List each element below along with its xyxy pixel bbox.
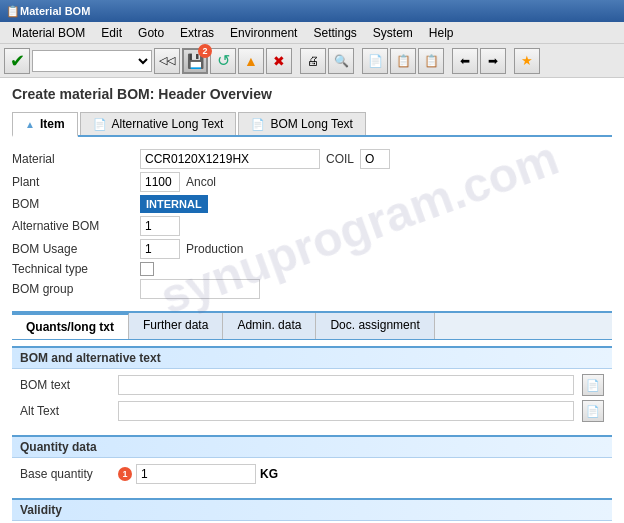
tab-bom-long-text-label: BOM Long Text <box>270 117 353 131</box>
menu-goto[interactable]: Goto <box>130 24 172 42</box>
menu-help[interactable]: Help <box>421 24 462 42</box>
tech-type-row <box>140 262 612 276</box>
bom-text-section-header: BOM and alternative text <box>12 346 612 369</box>
bom-long-text-icon: 📄 <box>251 118 265 131</box>
page-content: Create material BOM: Header Overview ▲ I… <box>0 78 624 523</box>
tab-quants[interactable]: Quants/long txt <box>12 313 129 339</box>
tab-further-data[interactable]: Further data <box>129 313 223 339</box>
bom-label: BOM <box>12 195 132 213</box>
nav-up-button[interactable]: ▲ <box>238 48 264 74</box>
bom-usage-input[interactable] <box>140 239 180 259</box>
alt-text-input[interactable] <box>118 401 574 421</box>
item-tab-icon: ▲ <box>25 119 35 130</box>
bom-text-content: BOM text 📄 Alt Text 📄 <box>12 369 612 429</box>
check-button[interactable]: ✔ <box>4 48 30 74</box>
plant-row: Ancol <box>140 172 612 192</box>
alt-bom-row <box>140 216 612 236</box>
find-button[interactable]: 🔍 <box>328 48 354 74</box>
title-bar-icon: 📋 <box>6 5 20 18</box>
bom-text-row: BOM text 📄 <box>20 373 604 397</box>
material-coil-text: COIL <box>326 152 354 166</box>
print-button[interactable]: 🖨 <box>300 48 326 74</box>
menu-bar: Material BOM Edit Goto Extras Environmen… <box>0 22 624 44</box>
sub-tabs-container: Quants/long txt Further data Admin. data… <box>12 311 612 521</box>
tech-type-checkbox[interactable] <box>140 262 154 276</box>
bom-group-row <box>140 279 612 299</box>
bom-group-input[interactable] <box>140 279 260 299</box>
save-badge: 2 <box>198 44 212 58</box>
copy-button[interactable]: 📋 <box>390 48 416 74</box>
bom-badge: INTERNAL <box>140 195 208 213</box>
base-qty-label: Base quantity <box>20 467 110 481</box>
save-button[interactable]: 💾 2 <box>182 48 208 74</box>
form-fields: Material COIL Plant Ancol BOM INTERNAL A… <box>12 149 612 299</box>
bom-text-label: BOM text <box>20 378 110 392</box>
title-bar: 📋 Material BOM <box>0 0 624 22</box>
tab-doc-assignment[interactable]: Doc. assignment <box>316 313 434 339</box>
alt-text-icon-btn[interactable]: 📄 <box>582 400 604 422</box>
new-doc-button[interactable]: 📄 <box>362 48 388 74</box>
base-qty-unit: KG <box>260 467 278 481</box>
alt-text-row: Alt Text 📄 <box>20 399 604 423</box>
alt-long-text-icon: 📄 <box>93 118 107 131</box>
bom-usage-row: Production <box>140 239 612 259</box>
back-first-button[interactable]: ◁◁ <box>154 48 180 74</box>
tab-item-label: Item <box>40 117 65 131</box>
base-qty-badge: 1 <box>118 467 132 481</box>
alt-bom-input[interactable] <box>140 216 180 236</box>
plant-label: Plant <box>12 172 132 192</box>
material-input[interactable] <box>140 149 320 169</box>
top-tabs: ▲ Item 📄 Alternative Long Text 📄 BOM Lon… <box>12 112 612 137</box>
move-right-button[interactable]: ➡ <box>480 48 506 74</box>
sub-tabs-row: Quants/long txt Further data Admin. data… <box>12 313 612 340</box>
tab-item[interactable]: ▲ Item <box>12 112 78 137</box>
title-bar-label: Material BOM <box>20 5 90 17</box>
material-row: COIL <box>140 149 612 169</box>
bom-group-label: BOM group <box>12 279 132 299</box>
tab-alt-long-text[interactable]: 📄 Alternative Long Text <box>80 112 237 135</box>
plant-input[interactable] <box>140 172 180 192</box>
star-button[interactable]: ★ <box>514 48 540 74</box>
cancel-button[interactable]: ✖ <box>266 48 292 74</box>
paste-button[interactable]: 📋 <box>418 48 444 74</box>
bom-text-icon-btn[interactable]: 📄 <box>582 374 604 396</box>
material-label: Material <box>12 149 132 169</box>
menu-material-bom[interactable]: Material BOM <box>4 24 93 42</box>
bom-usage-label: BOM Usage <box>12 239 132 259</box>
tab-bom-long-text[interactable]: 📄 BOM Long Text <box>238 112 366 135</box>
quantity-content: Base quantity 1 KG <box>12 458 612 492</box>
toolbar: ✔ ◁◁ 💾 2 ↺ ▲ ✖ 🖨 🔍 📄 📋 📋 ⬅ ➡ ★ <box>0 44 624 78</box>
move-left-button[interactable]: ⬅ <box>452 48 478 74</box>
page-title: Create material BOM: Header Overview <box>12 86 612 102</box>
nav-back-button[interactable]: ↺ <box>210 48 236 74</box>
bom-row: INTERNAL <box>140 195 612 213</box>
base-qty-row: Base quantity 1 KG <box>20 462 604 486</box>
alt-text-label: Alt Text <box>20 404 110 418</box>
plant-name-text: Ancol <box>186 175 216 189</box>
menu-system[interactable]: System <box>365 24 421 42</box>
material-suffix-input[interactable] <box>360 149 390 169</box>
bom-usage-text: Production <box>186 242 243 256</box>
base-qty-input[interactable] <box>136 464 256 484</box>
tab-admin-data[interactable]: Admin. data <box>223 313 316 339</box>
toolbar-dropdown[interactable] <box>32 50 152 72</box>
tech-type-label: Technical type <box>12 262 132 276</box>
alt-bom-label: Alternative BOM <box>12 216 132 236</box>
bom-text-input[interactable] <box>118 375 574 395</box>
validity-section-header: Validity <box>12 498 612 521</box>
menu-edit[interactable]: Edit <box>93 24 130 42</box>
menu-extras[interactable]: Extras <box>172 24 222 42</box>
menu-settings[interactable]: Settings <box>305 24 364 42</box>
menu-environment[interactable]: Environment <box>222 24 305 42</box>
tab-alt-long-text-label: Alternative Long Text <box>112 117 224 131</box>
quantity-section-header: Quantity data <box>12 435 612 458</box>
